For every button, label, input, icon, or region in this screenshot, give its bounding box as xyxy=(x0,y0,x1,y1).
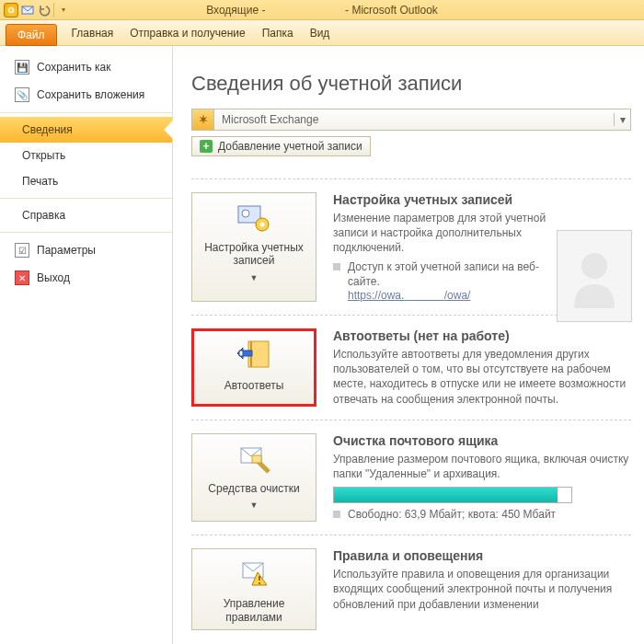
sidebar-item-label: Параметры xyxy=(37,244,96,257)
button-label: Настройка учетных записей xyxy=(198,241,310,268)
section-auto-replies: Автоответы Автоответы (нет на работе) Ис… xyxy=(191,328,631,407)
svg-point-4 xyxy=(260,223,265,227)
sidebar-info[interactable]: Сведения xyxy=(0,117,172,143)
manage-rules-button[interactable]: Управление правилами xyxy=(191,548,316,630)
svg-rect-12 xyxy=(259,582,260,584)
cleanup-tools-button[interactable]: Средства очистки ▼ xyxy=(191,433,316,523)
section-divider xyxy=(191,535,631,535)
section-description: Изменение параметров для этой учетной за… xyxy=(333,211,552,256)
section-rules: Управление правилами Правила и оповещени… xyxy=(191,548,631,630)
account-settings-icon xyxy=(236,201,272,236)
sidebar-separator xyxy=(0,112,172,113)
button-label: Управление правилами xyxy=(198,597,310,624)
sidebar-item-label: Открыть xyxy=(22,149,65,162)
section-cleanup: Средства очистки ▼ Очистка почтового ящи… xyxy=(191,433,631,523)
sidebar-item-label: Справка xyxy=(22,209,65,222)
account-settings-button[interactable]: Настройка учетных записей ▼ xyxy=(191,192,316,302)
tab-folder[interactable]: Папка xyxy=(260,22,295,45)
add-account-button[interactable]: + Добавление учетной записи xyxy=(191,136,371,156)
sidebar-print[interactable]: Печать xyxy=(0,168,172,194)
sidebar-open[interactable]: Открыть xyxy=(0,143,172,168)
sidebar-separator xyxy=(0,232,172,233)
plus-icon: + xyxy=(200,140,213,153)
sidebar-item-label: Сохранить вложения xyxy=(37,88,144,101)
section-title: Правила и оповещения xyxy=(333,548,631,563)
qat-customize-dropdown-icon[interactable]: ▾ xyxy=(53,3,68,17)
window-title: Входящие - - Microsoft Outlook xyxy=(0,4,644,17)
quota-text: Свободно: 63,9 Мбайт; квота: 450 Мбайт xyxy=(348,507,556,522)
ribbon-tabs: Файл Главная Отправка и получение Папка … xyxy=(0,20,644,46)
bullet-icon xyxy=(333,263,340,270)
usage-bar-fill xyxy=(334,488,558,502)
tab-view[interactable]: Вид xyxy=(308,22,332,45)
save-as-icon: 💾 xyxy=(15,60,29,75)
chevron-down-icon: ▾ xyxy=(614,113,630,126)
sidebar-save-as[interactable]: 💾 Сохранить как xyxy=(0,53,172,81)
svg-point-2 xyxy=(242,210,249,217)
backstage-sidebar: 💾 Сохранить как 📎 Сохранить вложения Све… xyxy=(0,46,173,644)
section-title: Очистка почтового ящика xyxy=(333,433,631,448)
owa-link[interactable]: https://owa. /owa/ xyxy=(348,289,470,302)
title-bar: O ▾ Входящие - - Microsoft Outlook xyxy=(0,0,644,20)
backstage-area: 💾 Сохранить как 📎 Сохранить вложения Све… xyxy=(0,46,644,644)
save-attachments-icon: 📎 xyxy=(15,87,29,102)
section-title: Настройка учетных записей xyxy=(333,192,552,207)
automatic-replies-button[interactable]: Автоответы xyxy=(191,328,316,407)
button-label: Добавление учетной записи xyxy=(218,140,362,153)
exit-icon: ✕ xyxy=(15,270,29,285)
outlook-app-icon[interactable]: O xyxy=(4,3,18,17)
quick-access-toolbar: O ▾ xyxy=(4,3,68,17)
section-description: Используйте правила и оповещения для орг… xyxy=(333,567,631,612)
sidebar-item-label: Сохранить как xyxy=(37,61,110,74)
sidebar-save-attachments[interactable]: 📎 Сохранить вложения xyxy=(0,81,172,109)
button-label: Средства очистки xyxy=(208,482,299,495)
section-title: Автоответы (нет на работе) xyxy=(333,328,631,343)
exchange-icon: ✶ xyxy=(192,109,214,130)
sidebar-help[interactable]: Справка xyxy=(0,202,172,228)
cleanup-icon xyxy=(236,442,272,477)
svg-point-5 xyxy=(581,253,607,279)
auto-reply-icon xyxy=(236,339,272,374)
page-title: Сведения об учетной записи xyxy=(191,72,631,96)
button-label: Автоответы xyxy=(224,379,284,392)
sidebar-item-label: Выход xyxy=(37,271,70,284)
bullet-icon xyxy=(333,511,340,518)
owa-access-text: Доступ к этой учетной записи на веб-сайт… xyxy=(348,259,552,289)
chevron-down-icon: ▼ xyxy=(250,273,259,282)
account-selector[interactable]: ✶ Microsoft Exchange ▾ xyxy=(191,109,631,131)
user-avatar-placeholder xyxy=(557,230,632,322)
qat-undo-icon[interactable] xyxy=(37,3,52,17)
tab-file[interactable]: Файл xyxy=(6,24,57,46)
svg-rect-9 xyxy=(252,455,261,463)
sidebar-item-label: Сведения xyxy=(22,123,73,136)
account-info-panel: Сведения об учетной записи ✶ Microsoft E… xyxy=(173,46,644,644)
qat-send-receive-icon[interactable] xyxy=(20,3,35,17)
section-description: Используйте автоответы для уведомления д… xyxy=(333,347,631,407)
sidebar-options[interactable]: ☑ Параметры xyxy=(0,236,172,264)
section-divider xyxy=(191,178,631,179)
sidebar-item-label: Печать xyxy=(22,175,58,188)
sidebar-separator xyxy=(0,198,172,199)
account-name: Microsoft Exchange xyxy=(214,113,614,126)
options-icon: ☑ xyxy=(15,243,29,258)
tab-home[interactable]: Главная xyxy=(70,22,116,45)
mailbox-usage-bar xyxy=(333,487,572,503)
rules-icon xyxy=(236,557,272,592)
section-divider xyxy=(191,420,631,420)
sidebar-exit[interactable]: ✕ Выход xyxy=(0,264,172,292)
section-description: Управление размером почтового ящика, вкл… xyxy=(333,452,631,481)
chevron-down-icon: ▼ xyxy=(250,500,259,510)
svg-rect-11 xyxy=(259,576,260,581)
tab-send-receive[interactable]: Отправка и получение xyxy=(128,22,247,45)
